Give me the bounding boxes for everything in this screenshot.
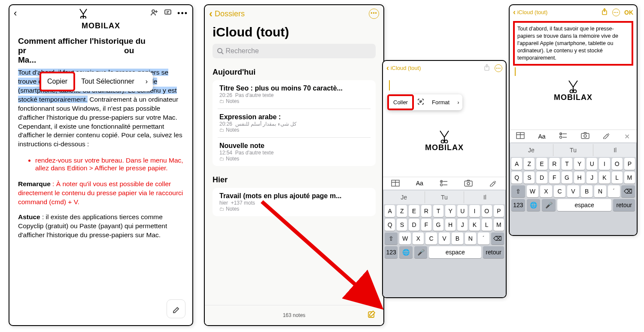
done-button[interactable]: OK (624, 9, 633, 16)
key-Q[interactable]: Q (511, 172, 522, 184)
key-K[interactable]: K (469, 219, 480, 231)
backspace-key[interactable]: ⌫ (621, 185, 635, 197)
suggestion[interactable]: Tu (553, 144, 594, 156)
compose-icon[interactable] (305, 310, 377, 321)
share-icon[interactable] (483, 64, 490, 72)
back-icon[interactable]: ‹ (14, 8, 17, 19)
note-item[interactable]: Expression arabe : 20:26 كل شيء بمقدار أ… (218, 109, 371, 138)
comment-icon[interactable] (164, 8, 172, 18)
draw-icon[interactable] (489, 180, 498, 188)
key-F[interactable]: F (421, 219, 431, 231)
globe-key[interactable]: 🌐 (399, 246, 412, 258)
paste-button[interactable]: Coller (387, 94, 414, 110)
key-J[interactable]: J (457, 219, 468, 231)
key-V[interactable]: V (439, 232, 450, 244)
key-F[interactable]: F (549, 172, 560, 184)
key-C[interactable]: C (554, 185, 566, 197)
shift-key[interactable]: ⇧ (385, 232, 398, 244)
key-H[interactable]: H (445, 219, 456, 231)
suggestion[interactable]: Il (466, 191, 504, 203)
text-format-icon[interactable]: Aa (538, 133, 545, 140)
key-I[interactable]: I (599, 158, 610, 170)
return-key[interactable]: retour (613, 199, 635, 211)
search-field[interactable]: Recherche (213, 44, 376, 58)
key-N[interactable]: N (594, 185, 606, 197)
key-K[interactable]: K (599, 172, 610, 184)
key-S[interactable]: S (524, 172, 535, 184)
globe-key[interactable]: 🌐 (527, 199, 541, 211)
edit-fab[interactable] (167, 299, 185, 318)
back-button[interactable]: ‹ iCloud (tout) (513, 8, 547, 17)
key-U[interactable]: U (586, 158, 597, 170)
num-key[interactable]: 123 (385, 246, 398, 258)
more-icon[interactable]: ••• (369, 9, 379, 19)
key-C[interactable]: C (425, 232, 437, 244)
draw-icon[interactable] (602, 132, 611, 141)
key-M[interactable]: M (494, 219, 504, 231)
shift-key[interactable]: ⇧ (511, 185, 525, 197)
key-Z[interactable]: Z (397, 205, 407, 217)
key-P[interactable]: P (494, 205, 504, 217)
key-O[interactable]: O (482, 205, 492, 217)
suggestion[interactable]: Je (511, 144, 551, 156)
key-N[interactable]: N (465, 232, 476, 244)
note-item[interactable]: Titre Seo : plus ou moins 70 caractè... … (218, 80, 371, 109)
key-S[interactable]: S (397, 219, 407, 231)
note-item[interactable]: Nouvelle note 12:54 Pas d'autre texte No… (218, 138, 371, 166)
key-P[interactable]: P (624, 158, 635, 170)
return-key[interactable]: retour (483, 246, 504, 258)
key-Q[interactable]: Q (385, 219, 395, 231)
key-I[interactable]: I (469, 205, 480, 217)
key-A[interactable]: A (385, 205, 395, 217)
key-T[interactable]: T (433, 205, 444, 217)
key-L[interactable]: L (482, 219, 492, 231)
key-Y[interactable]: Y (445, 205, 456, 217)
key-G[interactable]: G (562, 172, 572, 184)
mic-key[interactable]: 🎤 (542, 199, 556, 211)
menu-more-icon[interactable]: › (454, 96, 462, 109)
space-key[interactable]: espace (557, 199, 612, 211)
space-key[interactable]: espace (429, 246, 481, 258)
close-keyboard-icon[interactable]: ✕ (624, 133, 630, 141)
key-Z[interactable]: Z (524, 158, 535, 170)
backspace-key[interactable]: ⌫ (491, 232, 504, 244)
key-E[interactable]: E (536, 158, 547, 170)
suggestion[interactable]: Je (385, 191, 423, 203)
key-W[interactable]: W (527, 185, 539, 197)
key-E[interactable]: E (409, 205, 419, 217)
suggestion[interactable]: Tu (425, 191, 464, 203)
more-icon[interactable]: ••• (612, 9, 620, 16)
pasted-text[interactable]: Tout d'abord, il faut savoir que le pres… (513, 21, 633, 66)
more-icon[interactable]: ••• (495, 64, 502, 72)
camera-icon[interactable] (581, 132, 589, 141)
back-button[interactable]: ‹ iCloud (tout) (386, 63, 421, 72)
copy-button[interactable]: Copier (39, 72, 75, 91)
mic-key[interactable]: 🎤 (414, 246, 427, 258)
checklist-icon[interactable] (440, 180, 448, 188)
menu-more-icon[interactable]: › (140, 73, 153, 90)
key-D[interactable]: D (409, 219, 419, 231)
share-icon[interactable] (601, 8, 608, 17)
key-M[interactable]: M (624, 172, 635, 184)
key-H[interactable]: H (574, 172, 585, 184)
key-L[interactable]: L (612, 172, 623, 184)
key-A[interactable]: A (511, 158, 522, 170)
note-item[interactable]: Travail (mots en plus ajouté page m... h… (218, 188, 371, 216)
key-B[interactable]: B (581, 185, 593, 197)
select-all-button[interactable]: Tout Sélectionner (75, 73, 140, 90)
key-W[interactable]: W (399, 232, 410, 244)
scan-text-icon[interactable] (414, 95, 428, 110)
num-key[interactable]: 123 (511, 199, 525, 211)
back-button[interactable]: ‹ Dossiers (209, 8, 245, 20)
suggestion[interactable]: Il (595, 144, 635, 156)
camera-icon[interactable] (464, 180, 473, 188)
key-R[interactable]: R (549, 158, 560, 170)
key-´[interactable]: ´ (478, 232, 489, 244)
key-T[interactable]: T (562, 158, 572, 170)
key-R[interactable]: R (421, 205, 431, 217)
checklist-icon[interactable] (559, 132, 568, 141)
format-button[interactable]: Format (428, 96, 454, 109)
key-X[interactable]: X (413, 232, 424, 244)
key-V[interactable]: V (567, 185, 579, 197)
key-D[interactable]: D (536, 172, 547, 184)
